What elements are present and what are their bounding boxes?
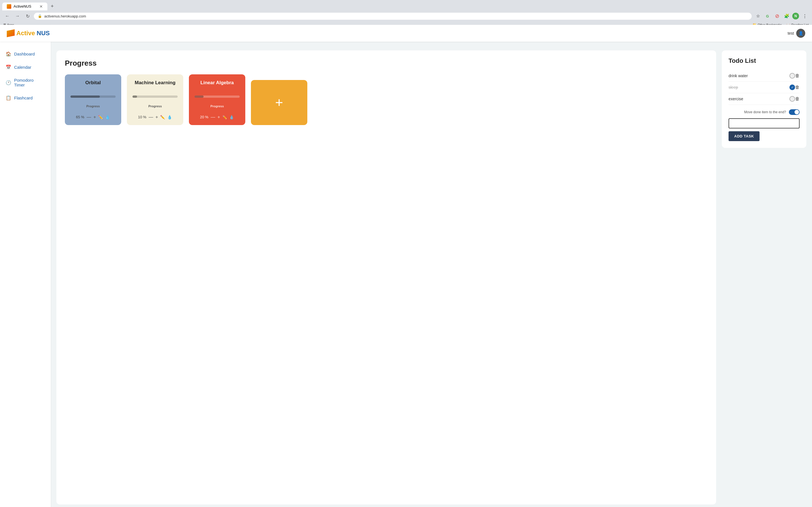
active-tab[interactable]: ActiveNUS ✕ xyxy=(2,3,47,10)
ml-progress-fill xyxy=(133,96,137,98)
card-linear-title: Linear Algebra xyxy=(200,80,234,86)
header-right: test 👤 xyxy=(788,29,805,38)
todo-item-3: exercise 🗑 xyxy=(728,93,800,105)
address-bar[interactable]: 🔒 activenus.herokuapp.com xyxy=(34,13,752,20)
card-orbital[interactable]: Orbital Progress 65 % — + ✏️ 💧 xyxy=(65,74,121,125)
todo-check-button-3[interactable] xyxy=(790,96,795,102)
linear-progress-label: Progress xyxy=(210,105,224,108)
todo-delete-button-2[interactable]: 🗑 xyxy=(795,85,800,90)
todo-section: Todo List drink water 🗑 sleep ✓ 🗑 exerci… xyxy=(722,50,806,148)
progress-section: Progress Orbital Progress 65 % — + ✏️ 💧 xyxy=(56,50,716,504)
pomodoro-icon: 🕐 xyxy=(6,80,11,86)
ml-progress-bar xyxy=(133,96,177,98)
todo-input[interactable] xyxy=(728,118,800,128)
reload-button[interactable]: ↻ xyxy=(24,12,32,20)
new-tab-button[interactable]: + xyxy=(49,2,56,10)
user-name: test xyxy=(788,31,794,36)
sidebar-item-dashboard[interactable]: 🏠 Dashboard xyxy=(0,47,51,61)
todo-item-2: sleep ✓ 🗑 xyxy=(728,82,800,93)
tab-close-button[interactable]: ✕ xyxy=(40,4,43,9)
orbital-drop-button[interactable]: 💧 xyxy=(105,115,110,119)
ml-edit-button[interactable]: ✏️ xyxy=(160,115,165,119)
todo-toggle-row: Move done item to the end? xyxy=(728,109,800,115)
orbital-edit-button[interactable]: ✏️ xyxy=(98,115,103,119)
todo-title: Todo List xyxy=(728,57,800,64)
browser-toolbar: ← → ↻ 🔒 activenus.herokuapp.com ☆ G ⊘ 🧩 … xyxy=(0,10,812,22)
menu-button[interactable]: ⋮ xyxy=(801,12,809,20)
toggle-knob xyxy=(795,110,799,114)
orbital-decrement-button[interactable]: — xyxy=(87,115,91,119)
todo-item-left-1: drink water xyxy=(728,73,790,78)
toggle-label: Move done item to the end? xyxy=(744,110,786,114)
add-card-plus-icon: + xyxy=(275,96,283,109)
linear-drop-button[interactable]: 💧 xyxy=(229,115,234,119)
orbital-progress-label: Progress xyxy=(86,105,100,108)
bookmark-button[interactable]: ☆ xyxy=(754,12,762,20)
todo-item-left-2: sleep xyxy=(728,85,790,90)
orbital-progress-fill xyxy=(70,96,100,98)
todo-item-1: drink water 🗑 xyxy=(728,70,800,82)
orbital-progress-bar xyxy=(70,96,116,98)
sidebar-label-flashcard: Flashcard xyxy=(14,96,33,100)
tab-bar: ActiveNUS ✕ + xyxy=(0,0,812,10)
back-button[interactable]: ← xyxy=(3,12,11,20)
card-ml[interactable]: Machine Learning Progress 10 % — + ✏️ 💧 xyxy=(127,74,183,125)
add-task-button[interactable]: ADD TASK xyxy=(728,131,760,141)
puzzle-icon[interactable]: 🧩 xyxy=(783,12,791,20)
ml-decrement-button[interactable]: — xyxy=(149,115,153,119)
browser-chrome: ActiveNUS ✕ + ← → ↻ 🔒 activenus.herokuap… xyxy=(0,0,812,28)
lock-icon: 🔒 xyxy=(38,14,42,18)
ml-increment-button[interactable]: + xyxy=(155,115,158,119)
sidebar: 🏠 Dashboard 📅 Calendar 🕐 Pomodoro Timer … xyxy=(0,25,51,507)
chrome-profile-icon[interactable]: N xyxy=(792,13,799,19)
todo-check-button-2[interactable]: ✓ xyxy=(790,84,795,90)
app-wrapper: ActiveNUS test 👤 🏠 Dashboard 📅 Calendar … xyxy=(0,28,812,507)
sidebar-label-calendar: Calendar xyxy=(14,65,31,69)
ml-drop-button[interactable]: 💧 xyxy=(167,115,172,119)
todo-delete-button-3[interactable]: 🗑 xyxy=(795,96,800,101)
main-content: Progress Orbital Progress 65 % — + ✏️ 💧 xyxy=(51,28,812,507)
sidebar-item-calendar[interactable]: 📅 Calendar xyxy=(0,61,51,74)
cards-grid: Orbital Progress 65 % — + ✏️ 💧 Mac xyxy=(65,74,708,125)
logo: ActiveNUS xyxy=(7,29,50,37)
logo-nus-text: NUS xyxy=(37,30,50,37)
tab-favicon xyxy=(7,4,11,9)
todo-check-button-1[interactable] xyxy=(790,73,795,78)
ml-progress-label: Progress xyxy=(148,105,162,108)
orbital-controls: 65 % — + ✏️ 💧 xyxy=(76,115,110,119)
logo-active-text: Active xyxy=(16,30,35,37)
grammarly-icon[interactable]: G xyxy=(763,12,771,20)
ml-percent: 10 % xyxy=(138,115,147,119)
todo-item-left-3: exercise xyxy=(728,97,790,101)
orbital-percent: 65 % xyxy=(76,115,85,119)
linear-progress-fill xyxy=(195,96,204,98)
sidebar-label-dashboard: Dashboard xyxy=(14,52,35,56)
card-orbital-title: Orbital xyxy=(86,80,101,86)
url-text: activenus.herokuapp.com xyxy=(44,14,86,18)
linear-edit-button[interactable]: ✏️ xyxy=(222,115,227,119)
orbital-increment-button[interactable]: + xyxy=(93,115,96,119)
avatar[interactable]: 👤 xyxy=(796,29,805,38)
card-ml-title: Machine Learning xyxy=(135,80,175,86)
todo-delete-button-1[interactable]: 🗑 xyxy=(795,73,800,78)
todo-item-text-1: drink water xyxy=(728,73,748,78)
app-header: ActiveNUS test 👤 xyxy=(0,25,812,42)
linear-increment-button[interactable]: + xyxy=(217,115,220,119)
move-done-toggle[interactable] xyxy=(789,109,800,115)
dashboard-icon: 🏠 xyxy=(6,51,11,57)
linear-progress-bar xyxy=(195,96,240,98)
tab-title: ActiveNUS xyxy=(13,4,31,8)
sidebar-label-pomodoro: Pomodoro Timer xyxy=(14,78,45,87)
progress-title: Progress xyxy=(65,59,708,68)
sidebar-item-flashcard[interactable]: 📋 Flashcard xyxy=(0,91,51,105)
todo-item-text-2: sleep xyxy=(728,85,738,90)
extensions-icon[interactable]: ⊘ xyxy=(773,12,781,20)
todo-item-text-3: exercise xyxy=(728,97,743,101)
forward-button[interactable]: → xyxy=(13,12,21,20)
card-linear[interactable]: Linear Algebra Progress 20 % — + ✏️ 💧 xyxy=(189,74,245,125)
calendar-icon: 📅 xyxy=(6,64,11,70)
sidebar-item-pomodoro[interactable]: 🕐 Pomodoro Timer xyxy=(0,74,51,91)
add-module-card[interactable]: + xyxy=(251,80,307,125)
linear-decrement-button[interactable]: — xyxy=(211,115,215,119)
linear-percent: 20 % xyxy=(200,115,209,119)
